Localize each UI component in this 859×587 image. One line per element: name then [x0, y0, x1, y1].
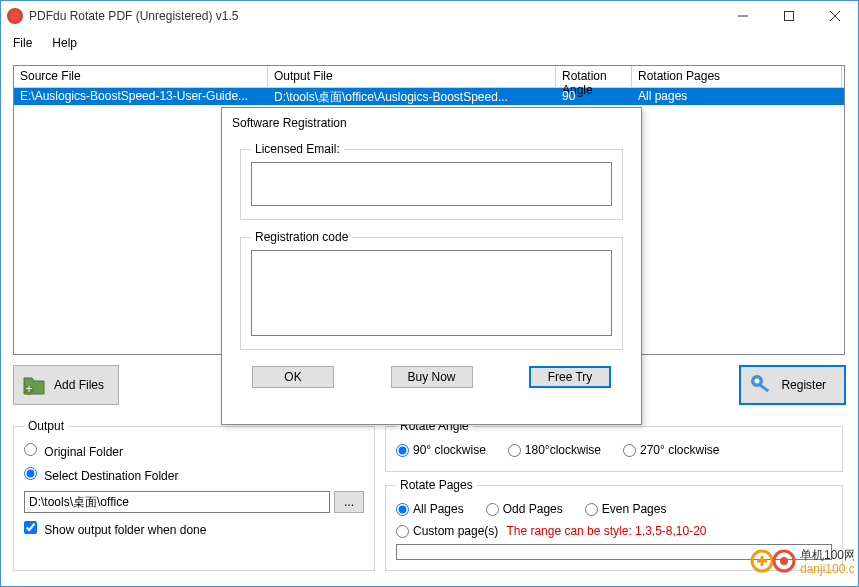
- code-legend: Registration code: [251, 230, 352, 244]
- dialog-title: Software Registration: [222, 108, 641, 138]
- radio-original-folder[interactable]: Original Folder: [24, 443, 123, 459]
- maximize-button[interactable]: [766, 1, 812, 31]
- svg-text:单机100网: 单机100网: [800, 548, 854, 562]
- show-folder-label: Show output folder when done: [44, 523, 206, 537]
- svg-point-7: [755, 379, 760, 384]
- col-output[interactable]: Output File: [268, 66, 556, 87]
- radio-custom-pages[interactable]: Custom page(s): [396, 524, 498, 538]
- rotate-angle-group: Rotate Angle 90° clockwise 180°clockwise…: [385, 419, 843, 472]
- menu-help[interactable]: Help: [52, 36, 77, 50]
- range-hint: The range can be style: 1,3,5-8,10-20: [506, 524, 706, 538]
- radio-90[interactable]: 90° clockwise: [396, 443, 486, 457]
- even-pages-label: Even Pages: [602, 502, 667, 516]
- key-icon: [747, 371, 775, 399]
- email-legend: Licensed Email:: [251, 142, 344, 156]
- col-angle[interactable]: Rotation Angle: [556, 66, 632, 87]
- minimize-button[interactable]: [720, 1, 766, 31]
- svg-text:danji100.com: danji100.com: [800, 562, 854, 576]
- all-pages-label: All Pages: [413, 502, 464, 516]
- menu-file[interactable]: File: [13, 36, 32, 50]
- add-files-button[interactable]: + Add Files: [13, 365, 119, 405]
- radio-odd-pages[interactable]: Odd Pages: [486, 502, 563, 516]
- ok-button[interactable]: OK: [252, 366, 334, 388]
- register-label: Register: [781, 378, 826, 392]
- registration-dialog: Software Registration Licensed Email: Re…: [221, 107, 642, 425]
- odd-pages-label: Odd Pages: [503, 502, 563, 516]
- cell-pages: All pages: [632, 88, 842, 105]
- col-pages[interactable]: Rotation Pages: [632, 66, 842, 87]
- opt180-label: 180°clockwise: [525, 443, 601, 457]
- opt270-label: 270° clockwise: [640, 443, 720, 457]
- registration-code-group: Registration code: [240, 230, 623, 350]
- licensed-email-group: Licensed Email:: [240, 142, 623, 220]
- cell-output: D:\tools\桌面\office\Auslogics-BoostSpeed.…: [268, 88, 556, 105]
- cell-angle: 90: [556, 88, 632, 105]
- custom-pages-label: Custom page(s): [413, 524, 498, 538]
- cell-source: E:\Auslogics-BoostSpeed-13-User-Guide...: [14, 88, 268, 105]
- svg-rect-8: [760, 384, 770, 392]
- svg-point-13: [780, 557, 788, 565]
- svg-text:+: +: [25, 382, 32, 396]
- radio-270[interactable]: 270° clockwise: [623, 443, 720, 457]
- output-group: Output Original Folder Select Destinatio…: [13, 419, 375, 571]
- opt90-label: 90° clockwise: [413, 443, 486, 457]
- titlebar: PDFdu Rotate PDF (Unregistered) v1.5: [1, 1, 858, 31]
- svg-rect-1: [785, 12, 794, 21]
- original-folder-label: Original Folder: [44, 445, 123, 459]
- browse-button[interactable]: ...: [334, 491, 364, 513]
- licensed-email-input[interactable]: [251, 162, 612, 206]
- radio-select-destination[interactable]: Select Destination Folder: [24, 467, 178, 483]
- table-header: Source File Output File Rotation Angle R…: [14, 66, 844, 88]
- output-legend: Output: [24, 419, 68, 433]
- output-path-input[interactable]: [24, 491, 330, 513]
- register-button[interactable]: Register: [739, 365, 846, 405]
- free-try-button[interactable]: Free Try: [529, 366, 611, 388]
- buy-now-button[interactable]: Buy Now: [391, 366, 473, 388]
- radio-even-pages[interactable]: Even Pages: [585, 502, 667, 516]
- select-dest-label: Select Destination Folder: [44, 469, 178, 483]
- radio-180[interactable]: 180°clockwise: [508, 443, 601, 457]
- rotate-pages-legend: Rotate Pages: [396, 478, 477, 492]
- table-row[interactable]: E:\Auslogics-BoostSpeed-13-User-Guide...…: [14, 88, 844, 105]
- window-title: PDFdu Rotate PDF (Unregistered) v1.5: [29, 9, 720, 23]
- app-icon: [7, 8, 23, 24]
- col-source[interactable]: Source File: [14, 66, 268, 87]
- folder-plus-icon: +: [20, 371, 48, 399]
- menubar: File Help: [1, 31, 858, 55]
- watermark: 单机100网 danji100.com: [744, 541, 854, 584]
- add-files-label: Add Files: [54, 378, 104, 392]
- registration-code-input[interactable]: [251, 250, 612, 336]
- checkbox-show-folder[interactable]: Show output folder when done: [24, 521, 206, 537]
- close-button[interactable]: [812, 1, 858, 31]
- radio-all-pages[interactable]: All Pages: [396, 502, 464, 516]
